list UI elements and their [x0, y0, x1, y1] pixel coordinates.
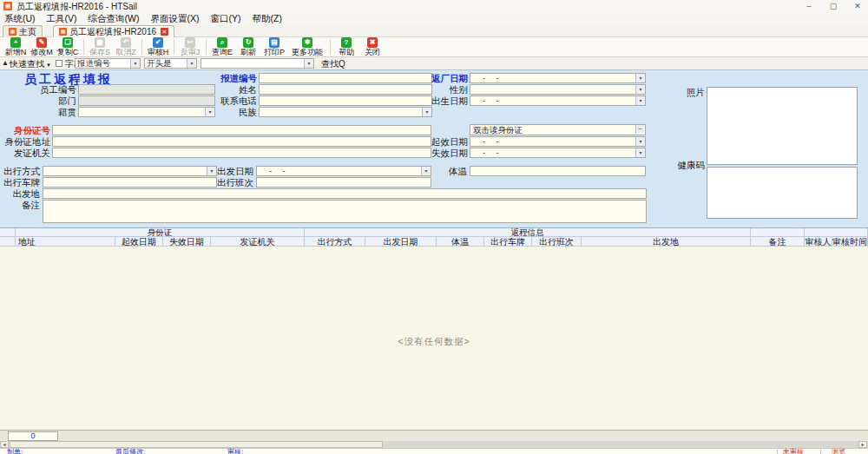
print-button[interactable]: ▤ 打印P: [261, 37, 287, 56]
row-selector-header: [0, 237, 16, 247]
records-grid: 身份证 返程信息 地址 起效日期 失效日期 发证机关 出行方式 出发日期 体温 …: [0, 227, 868, 430]
collapse-icon[interactable]: ▲: [2, 57, 9, 69]
col-issuer[interactable]: 发证机关: [211, 237, 305, 247]
find-button[interactable]: 查找Q: [321, 58, 345, 69]
col-valid-from[interactable]: 起效日期: [115, 237, 163, 247]
cancel-button: ↶ 取消Z: [113, 37, 139, 56]
horizontal-scrollbar[interactable]: ◂ ▸: [0, 441, 868, 448]
menu-tools[interactable]: 工具(V): [47, 13, 77, 25]
menu-ui-settings[interactable]: 界面设置(X): [150, 13, 199, 25]
group-empty: [805, 228, 868, 237]
menu-query[interactable]: 综合查询(W): [89, 13, 140, 25]
temperature-input[interactable]: [470, 166, 646, 176]
label-birth-date: 出生日期: [430, 95, 468, 107]
undo-icon: ↶: [121, 37, 131, 48]
name-input[interactable]: [259, 84, 432, 95]
save-icon: ▦: [95, 37, 105, 48]
issuer-input[interactable]: [52, 148, 431, 158]
new-button[interactable]: + 新增N: [3, 37, 29, 56]
phone-input[interactable]: [259, 95, 432, 106]
toolbar-separator: [141, 39, 142, 55]
field-compare-checkbox[interactable]: [56, 60, 62, 67]
menu-bar: 系统(U) 工具(V) 综合查询(W) 界面设置(X) 窗口(Y) 帮助(Z): [0, 13, 868, 24]
maximize-button[interactable]: ▢: [823, 0, 844, 13]
chevron-down-icon[interactable]: ▾: [205, 108, 214, 116]
refresh-icon: ↻: [243, 37, 253, 48]
id-addr-input[interactable]: [52, 136, 431, 147]
col-audit-time[interactable]: 审核时间: [832, 237, 868, 247]
id-no-input[interactable]: [52, 125, 431, 135]
valid-to-select[interactable]: - - ▾: [470, 148, 646, 158]
col-shift[interactable]: 出行班次: [532, 237, 582, 247]
help-button[interactable]: ? 帮助: [333, 37, 359, 56]
close-window-button[interactable]: ✕: [847, 0, 868, 13]
scrollbar-thumb[interactable]: [10, 441, 383, 448]
col-plate[interactable]: 出行车牌: [484, 237, 532, 247]
birth-date-select[interactable]: - - ▾: [470, 95, 646, 106]
minus-icon[interactable]: −: [635, 125, 644, 134]
menu-help[interactable]: 帮助(Z): [252, 13, 281, 25]
copy-button[interactable]: ❏ 复制C: [55, 37, 81, 56]
label-valid-to: 失效日期: [430, 148, 468, 159]
grid-body: <没有任何数据>: [0, 336, 868, 348]
menu-window[interactable]: 窗口(Y): [210, 13, 240, 25]
depart-date-select[interactable]: - - ▾: [256, 166, 431, 176]
menu-system[interactable]: 系统(U): [4, 13, 36, 25]
record-count-tab[interactable]: 0: [8, 431, 58, 441]
col-depart-date[interactable]: 出发日期: [365, 237, 437, 247]
app-icon: ▦: [3, 2, 12, 10]
tab-home[interactable]: ▦ 主页: [3, 25, 43, 37]
chevron-down-icon[interactable]: ▾: [304, 59, 313, 68]
chevron-down-icon[interactable]: ▾: [635, 148, 645, 157]
close-page-button[interactable]: ✖ 关闭: [359, 37, 385, 56]
query-button[interactable]: ⌕ 查询E: [209, 37, 235, 56]
record-count-bar: 0: [0, 430, 868, 441]
remark-textarea[interactable]: [43, 200, 647, 223]
travel-mode-select[interactable]: ▾: [43, 166, 217, 176]
search-value-input[interactable]: ▾: [201, 58, 314, 69]
chevron-down-icon[interactable]: ▾: [130, 59, 140, 68]
more-functions-button[interactable]: ✱ 更多功能: [287, 37, 327, 56]
label-gender: 性别: [430, 84, 468, 95]
col-origin[interactable]: 出发地: [582, 237, 751, 247]
gender-select[interactable]: ▾: [470, 84, 646, 95]
scroll-right-icon[interactable]: ▸: [858, 441, 867, 448]
search-field-select[interactable]: 报道编号 ▾: [75, 58, 141, 69]
label-health-code: 健康码: [665, 160, 705, 171]
grid-group-header-row: 身份证 返程信息: [0, 228, 868, 237]
valid-from-select[interactable]: - - ▾: [470, 136, 646, 147]
chevron-down-icon[interactable]: ▾: [635, 96, 645, 105]
document-tab-bar: ▦ 主页 ▦ 员工返程填报-HR2016 ✕: [0, 24, 868, 37]
col-address[interactable]: 地址: [16, 237, 115, 247]
status-separator: [777, 450, 778, 454]
col-temperature[interactable]: 体温: [437, 237, 484, 247]
col-valid-to[interactable]: 失效日期: [163, 237, 211, 247]
chevron-down-icon[interactable]: ▾: [187, 59, 196, 68]
close-icon: ✖: [367, 37, 378, 48]
scroll-left-icon[interactable]: ◂: [0, 441, 9, 448]
chevron-down-icon[interactable]: ▾: [635, 137, 645, 146]
return-date-select[interactable]: - - ▾: [470, 73, 646, 83]
report-no-input[interactable]: [259, 73, 432, 83]
minimize-button[interactable]: –: [799, 0, 819, 13]
origin-input[interactable]: [43, 188, 647, 199]
chevron-down-icon[interactable]: ▾: [635, 85, 645, 94]
col-remark[interactable]: 备注: [751, 237, 805, 247]
plate-input[interactable]: [43, 177, 217, 188]
chevron-down-icon[interactable]: ▾: [635, 74, 645, 82]
audit-state-badge: 未审核: [783, 449, 804, 454]
native-place-select[interactable]: ▾: [78, 107, 215, 117]
refresh-button[interactable]: ↻ 刷新: [235, 37, 261, 56]
search-operator-select[interactable]: 开头是 ▾: [144, 58, 197, 69]
tab-return-form[interactable]: ▦ 员工返程填报-HR2016 ✕: [53, 25, 174, 37]
chevron-down-icon[interactable]: ▾: [422, 108, 431, 116]
toolbar-separator: [174, 39, 174, 55]
audit-button[interactable]: ✔ 审核H: [145, 37, 171, 56]
tab-close-icon[interactable]: ✕: [161, 28, 168, 36]
modify-button[interactable]: ✎ 修改M: [29, 37, 55, 56]
read-id-card-box[interactable]: 双击读身份证 −: [470, 124, 646, 135]
shift-input[interactable]: [256, 177, 431, 188]
col-auditor[interactable]: 审核人: [805, 237, 832, 247]
ethnic-select[interactable]: ▾: [259, 107, 432, 117]
col-travel-mode[interactable]: 出行方式: [305, 237, 365, 247]
